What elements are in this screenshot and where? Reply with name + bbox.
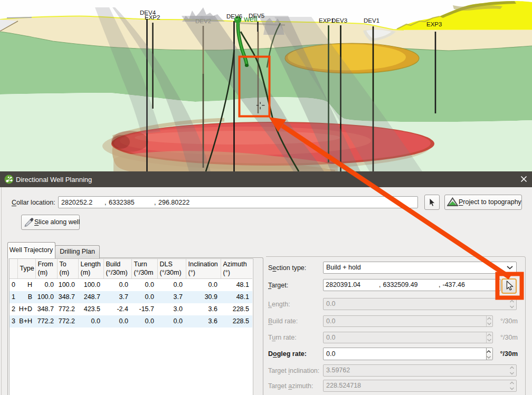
svg-text:EXP2: EXP2 [145, 14, 160, 21]
svg-text:DEV5: DEV5 [249, 13, 264, 19]
svg-text:DEV2: DEV2 [195, 18, 211, 24]
svg-text:DEV3: DEV3 [331, 17, 347, 24]
svg-text:DEV6: DEV6 [226, 13, 242, 20]
svg-text:DEV1: DEV1 [364, 17, 379, 24]
svg-text:EXP3: EXP3 [426, 21, 442, 27]
